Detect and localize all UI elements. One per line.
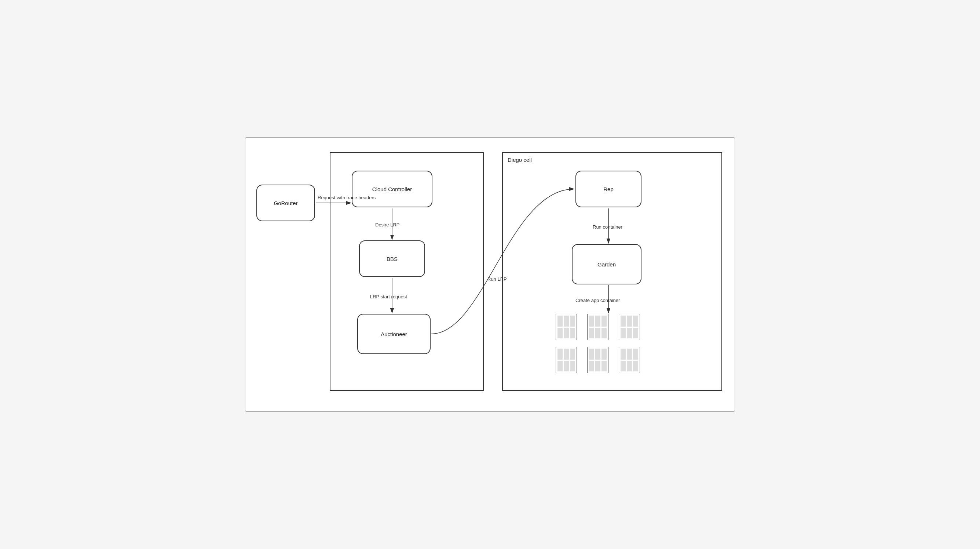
diagram-canvas: GoRouter Cloud Controller BBS Auctioneer… [245,137,735,412]
app-container-icon [587,314,608,340]
auctioneer-box: Auctioneer [357,314,431,354]
app-containers-row2 [556,347,640,373]
app-container-icon [556,347,577,373]
app-container-icon [587,347,608,373]
diego-cell-label: Diego cell [508,157,532,163]
garden-box: Garden [572,244,641,284]
app-container-icon [556,314,577,340]
rep-label: Rep [603,186,614,192]
app-container-icon [619,314,640,340]
bbs-label: BBS [387,256,398,262]
bbs-box: BBS [359,240,425,277]
garden-label: Garden [597,261,616,268]
cloud-controller-box: Cloud Controller [352,171,433,207]
gorouter-box: GoRouter [256,185,315,221]
app-container-icon [619,347,640,373]
gorouter-label: GoRouter [274,200,298,206]
cloud-controller-label: Cloud Controller [372,186,412,192]
auctioneer-label: Auctioneer [381,331,407,337]
rep-box: Rep [576,171,641,207]
app-containers-row1 [556,314,640,340]
